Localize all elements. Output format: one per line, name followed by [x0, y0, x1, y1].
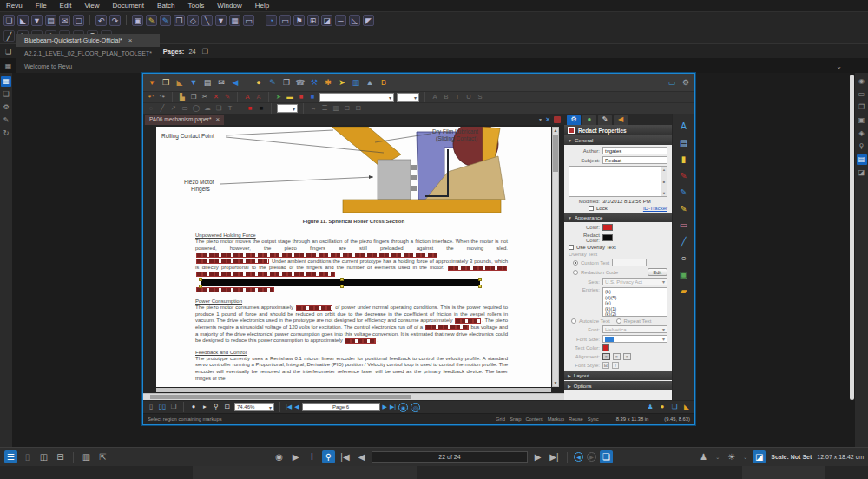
flag-icon[interactable]: ⚑ — [293, 15, 305, 26]
menu-item[interactable]: Document — [113, 2, 144, 10]
next-view-icon[interactable]: ◎ — [411, 403, 420, 412]
color-swatch[interactable] — [602, 224, 613, 231]
saved-views-icon[interactable]: ▣ — [857, 115, 867, 126]
selection-handle[interactable] — [199, 278, 202, 281]
chevron-down-icon[interactable]: ⌄ — [743, 454, 747, 460]
selection-handle[interactable] — [340, 278, 344, 281]
page-horizontal-scrollbar[interactable] — [143, 393, 564, 400]
fw-close-tab-icon[interactable]: × — [215, 115, 220, 123]
image-gallery-icon[interactable]: ▦ — [229, 15, 240, 26]
menu-item[interactable]: Batch — [157, 2, 174, 10]
use-overlay-checkbox[interactable] — [569, 245, 574, 250]
save-icon[interactable]: ▼ — [31, 15, 43, 26]
pdf-page[interactable]: Rolling Contact Point Dry Film Lubricant… — [156, 127, 551, 387]
tab-grid-icon[interactable]: ▦ — [3, 61, 14, 72]
select-tool-icon[interactable]: ▶ — [289, 450, 302, 463]
close-file-icon[interactable]: ▢ — [73, 15, 84, 26]
zoom-level-select[interactable]: 74.46%▾ — [234, 403, 274, 411]
previous-view-icon[interactable]: ◀ — [574, 452, 583, 462]
window-settings-gear-icon[interactable]: ⚙ — [681, 77, 691, 88]
text-color-swatch[interactable] — [602, 344, 609, 351]
redaction-black-bar-selected[interactable] — [201, 279, 480, 286]
pen-blue-icon[interactable]: ✎ — [678, 187, 690, 198]
image-markup-icon[interactable]: ▣ — [678, 269, 690, 280]
print-icon[interactable]: ▤ — [202, 77, 213, 88]
selection-handle[interactable] — [478, 285, 482, 288]
open-icon[interactable]: ◣ — [17, 15, 29, 26]
record-icon[interactable]: ◉ — [857, 76, 867, 87]
presentation-icon[interactable]: ▭ — [279, 15, 291, 26]
gears-settings-icon[interactable]: ✱ — [323, 77, 333, 88]
file-properties-icon[interactable]: ⚙ — [1, 102, 11, 113]
menu-item[interactable]: Window — [217, 2, 241, 10]
leaf-green-icon[interactable]: ➤ — [274, 93, 283, 102]
pending-redaction-markup[interactable] — [296, 305, 332, 311]
polyline-markup-icon[interactable]: ╲ — [201, 15, 213, 26]
rotate-clockwise-icon[interactable]: ↷ — [109, 15, 121, 26]
spacing-icon[interactable]: ☰ — [320, 104, 329, 113]
rotate-counterclockwise-icon[interactable]: ↶ — [95, 15, 107, 26]
align-objects-icon[interactable]: ⊟ — [343, 104, 352, 113]
measure-icon[interactable]: ◺ — [349, 15, 360, 26]
lock-checkbox[interactable] — [589, 206, 594, 211]
callout-icon[interactable]: ❏ — [214, 104, 223, 113]
presentation-mode-icon[interactable]: ▥ — [80, 450, 93, 463]
tab-list-chevron-icon[interactable]: ⌄ — [836, 62, 842, 70]
selection-handle[interactable] — [478, 278, 482, 281]
call-support-icon[interactable]: ☎ — [295, 77, 306, 88]
zoom-profile-icon[interactable]: ♟ — [697, 450, 710, 463]
profile-chevron-icon[interactable]: ▾ — [147, 77, 157, 88]
split-view-icon[interactable]: ⊟ — [54, 450, 67, 463]
vertical-scroll-thumb[interactable] — [553, 135, 558, 172]
edit-button[interactable]: Edit — [648, 268, 667, 276]
font-family-select[interactable]: ▾ — [319, 93, 394, 102]
page-navigation-field[interactable]: 22 of 24 — [372, 451, 528, 463]
mode[interactable]: Snap — [510, 417, 522, 422]
next-view-icon[interactable]: ▶ — [587, 452, 596, 462]
author-field[interactable]: tvgates — [602, 147, 667, 154]
pending-redaction-markup[interactable] — [196, 287, 274, 292]
ellipse-markup-icon[interactable]: ○ — [678, 253, 690, 264]
page-copy-icon[interactable]: ❐ — [201, 47, 210, 56]
strikethrough-icon[interactable]: S — [476, 93, 484, 102]
line-width-select[interactable]: ▾ — [277, 104, 298, 113]
zoom-in-icon[interactable]: ⚲ — [212, 403, 220, 411]
edit-pen-icon[interactable]: ✎ — [223, 93, 232, 102]
detach-view-icon[interactable]: ⇱ — [96, 450, 109, 463]
swatch-blue-icon[interactable]: ■ — [308, 93, 317, 102]
appearance-section-header[interactable]: ▼ Appearance — [564, 213, 672, 222]
compare-icon[interactable]: ◪ — [321, 15, 332, 26]
folder-views-icon[interactable]: ◣ — [682, 403, 691, 411]
document-tab[interactable]: A2.2.1_LEVEL_02_FLOOR_PLAN_TOOLSET* — [16, 47, 160, 60]
underline-icon[interactable]: U — [464, 93, 473, 102]
brightness-icon[interactable]: ☀ — [725, 450, 738, 463]
font-size-select[interactable]: ▾ — [602, 335, 667, 343]
page-vertical-scrollbar[interactable]: ▲ ▼ — [552, 127, 559, 387]
lasso-icon[interactable]: ◌ — [147, 104, 155, 113]
comment-scrollbar[interactable]: ▲■▼ — [661, 167, 667, 196]
mode[interactable]: Reuse — [569, 417, 583, 422]
highlight-icon[interactable]: ▬ — [286, 93, 294, 102]
glue-paste-icon[interactable]: ▙ — [178, 93, 187, 102]
delete-icon[interactable]: ✕ — [212, 93, 220, 102]
redact-color-swatch[interactable] — [602, 234, 613, 241]
note-icon[interactable]: ▤ — [678, 137, 690, 148]
properties-tab-gear-icon[interactable]: ⚙ — [567, 115, 581, 125]
new-document-icon[interactable]: ❏ — [3, 15, 15, 26]
pen-red-icon[interactable]: ✎ — [678, 170, 690, 181]
lightbulb-tip-icon[interactable]: ● — [253, 77, 264, 88]
email-icon[interactable]: ✉ — [216, 77, 227, 88]
distribute-icon[interactable]: ⊞ — [354, 104, 363, 113]
hammer-tools-icon[interactable]: ⚒ — [309, 77, 319, 88]
document-tab[interactable]: Welcome to Revu — [16, 60, 160, 73]
crop-icon[interactable]: ▭ — [243, 15, 254, 26]
compare-documents-icon[interactable]: ◪ — [753, 450, 766, 463]
search-icon[interactable]: ⚲ — [857, 141, 867, 152]
italic-icon[interactable]: I — [453, 93, 462, 102]
alerts-tab-horn-icon[interactable]: ◀ — [614, 115, 628, 125]
eraser-icon[interactable]: ▭ — [678, 220, 690, 231]
new-document-icon[interactable]: ❒ — [161, 77, 171, 88]
line-markup-icon[interactable]: ╱ — [678, 236, 690, 247]
fill-color-black-icon[interactable]: ■ — [257, 104, 266, 113]
monitor-profile-icon[interactable]: ▭ — [667, 77, 677, 88]
